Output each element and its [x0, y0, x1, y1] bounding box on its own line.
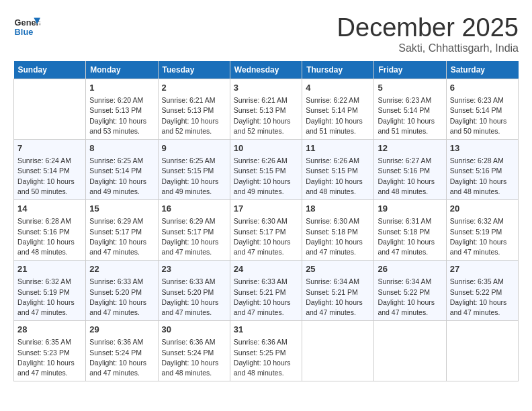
column-header-sunday: Sunday: [14, 61, 86, 79]
calendar-cell: 25Sunrise: 6:34 AMSunset: 5:21 PMDayligh…: [302, 261, 374, 321]
calendar-cell: 11Sunrise: 6:26 AMSunset: 5:15 PMDayligh…: [302, 140, 374, 200]
calendar-cell: 4Sunrise: 6:22 AMSunset: 5:14 PMDaylight…: [302, 79, 374, 140]
calendar-cell: 23Sunrise: 6:33 AMSunset: 5:20 PMDayligh…: [158, 261, 230, 321]
calendar-cell: 18Sunrise: 6:30 AMSunset: 5:18 PMDayligh…: [302, 200, 374, 261]
header-row: SundayMondayTuesdayWednesdayThursdayFrid…: [14, 61, 519, 79]
calendar-cell: [446, 321, 518, 381]
day-info: Sunrise: 6:36 AMSunset: 5:24 PMDaylight:…: [89, 337, 154, 378]
day-info: Sunrise: 6:26 AMSunset: 5:15 PMDaylight:…: [234, 156, 298, 197]
week-row-1: 1Sunrise: 6:20 AMSunset: 5:13 PMDaylight…: [14, 79, 519, 140]
day-number: 20: [450, 203, 515, 215]
day-number: 11: [306, 142, 370, 154]
day-info: Sunrise: 6:33 AMSunset: 5:20 PMDaylight:…: [89, 277, 154, 318]
day-info: Sunrise: 6:30 AMSunset: 5:18 PMDaylight:…: [306, 216, 370, 257]
month-title: December 2025: [337, 13, 519, 42]
day-number: 23: [162, 263, 226, 275]
day-info: Sunrise: 6:33 AMSunset: 5:20 PMDaylight:…: [162, 277, 226, 318]
day-number: 27: [450, 263, 515, 275]
calendar-cell: 12Sunrise: 6:27 AMSunset: 5:16 PMDayligh…: [374, 140, 446, 200]
day-number: 19: [378, 203, 442, 215]
calendar-cell: 20Sunrise: 6:32 AMSunset: 5:19 PMDayligh…: [446, 200, 518, 261]
column-header-thursday: Thursday: [302, 61, 374, 79]
calendar-cell: 24Sunrise: 6:33 AMSunset: 5:21 PMDayligh…: [230, 261, 302, 321]
day-number: 26: [378, 263, 442, 275]
column-header-wednesday: Wednesday: [230, 61, 302, 79]
calendar-cell: 30Sunrise: 6:36 AMSunset: 5:24 PMDayligh…: [158, 321, 230, 381]
day-number: 16: [162, 203, 226, 215]
day-info: Sunrise: 6:28 AMSunset: 5:16 PMDaylight:…: [450, 156, 515, 197]
calendar-cell: 16Sunrise: 6:29 AMSunset: 5:17 PMDayligh…: [158, 200, 230, 261]
day-number: 10: [234, 142, 298, 154]
day-info: Sunrise: 6:29 AMSunset: 5:17 PMDaylight:…: [162, 216, 226, 257]
day-number: 28: [17, 324, 82, 336]
day-number: 6: [450, 82, 515, 94]
day-info: Sunrise: 6:21 AMSunset: 5:13 PMDaylight:…: [234, 95, 298, 136]
logo-icon: General Blue: [13, 13, 40, 40]
day-info: Sunrise: 6:23 AMSunset: 5:14 PMDaylight:…: [450, 95, 515, 136]
calendar-cell: 27Sunrise: 6:35 AMSunset: 5:22 PMDayligh…: [446, 261, 518, 321]
location: Sakti, Chhattisgarh, India: [337, 42, 519, 54]
day-info: Sunrise: 6:26 AMSunset: 5:15 PMDaylight:…: [306, 156, 370, 197]
week-row-4: 21Sunrise: 6:32 AMSunset: 5:19 PMDayligh…: [14, 261, 519, 321]
day-info: Sunrise: 6:30 AMSunset: 5:17 PMDaylight:…: [234, 216, 298, 257]
day-info: Sunrise: 6:21 AMSunset: 5:13 PMDaylight:…: [162, 95, 226, 136]
day-number: 21: [17, 263, 82, 275]
day-number: 30: [162, 324, 226, 336]
calendar-cell: 9Sunrise: 6:25 AMSunset: 5:15 PMDaylight…: [158, 140, 230, 200]
calendar-cell: [302, 321, 374, 381]
calendar-cell: 15Sunrise: 6:29 AMSunset: 5:17 PMDayligh…: [86, 200, 158, 261]
day-number: 12: [378, 142, 442, 154]
day-info: Sunrise: 6:29 AMSunset: 5:17 PMDaylight:…: [89, 216, 154, 257]
day-info: Sunrise: 6:22 AMSunset: 5:14 PMDaylight:…: [306, 95, 370, 136]
calendar-cell: 29Sunrise: 6:36 AMSunset: 5:24 PMDayligh…: [86, 321, 158, 381]
day-number: 18: [306, 203, 370, 215]
week-row-3: 14Sunrise: 6:28 AMSunset: 5:16 PMDayligh…: [14, 200, 519, 261]
day-number: 14: [17, 203, 82, 215]
day-number: 1: [89, 82, 154, 94]
day-number: 9: [162, 142, 226, 154]
day-number: 25: [306, 263, 370, 275]
calendar-cell: 17Sunrise: 6:30 AMSunset: 5:17 PMDayligh…: [230, 200, 302, 261]
calendar-cell: 8Sunrise: 6:25 AMSunset: 5:14 PMDaylight…: [86, 140, 158, 200]
svg-text:Blue: Blue: [15, 27, 34, 37]
title-section: December 2025 Sakti, Chhattisgarh, India: [337, 13, 519, 54]
column-header-tuesday: Tuesday: [158, 61, 230, 79]
day-number: 8: [89, 142, 154, 154]
calendar-cell: 5Sunrise: 6:23 AMSunset: 5:14 PMDaylight…: [374, 79, 446, 140]
calendar-cell: 6Sunrise: 6:23 AMSunset: 5:14 PMDaylight…: [446, 79, 518, 140]
calendar-cell: [374, 321, 446, 381]
day-number: 13: [450, 142, 515, 154]
day-info: Sunrise: 6:31 AMSunset: 5:18 PMDaylight:…: [378, 216, 442, 257]
day-info: Sunrise: 6:20 AMSunset: 5:13 PMDaylight:…: [89, 95, 154, 136]
week-row-2: 7Sunrise: 6:24 AMSunset: 5:14 PMDaylight…: [14, 140, 519, 200]
calendar-cell: 26Sunrise: 6:34 AMSunset: 5:22 PMDayligh…: [374, 261, 446, 321]
day-info: Sunrise: 6:35 AMSunset: 5:23 PMDaylight:…: [17, 337, 82, 378]
calendar-cell: 1Sunrise: 6:20 AMSunset: 5:13 PMDaylight…: [86, 79, 158, 140]
day-info: Sunrise: 6:27 AMSunset: 5:16 PMDaylight:…: [378, 156, 442, 197]
day-number: 2: [162, 82, 226, 94]
week-row-5: 28Sunrise: 6:35 AMSunset: 5:23 PMDayligh…: [14, 321, 519, 381]
day-number: 3: [234, 82, 298, 94]
day-info: Sunrise: 6:32 AMSunset: 5:19 PMDaylight:…: [17, 277, 82, 318]
page-header: General Blue December 2025 Sakti, Chhatt…: [13, 13, 519, 54]
day-info: Sunrise: 6:35 AMSunset: 5:22 PMDaylight:…: [450, 277, 515, 318]
calendar-cell: 13Sunrise: 6:28 AMSunset: 5:16 PMDayligh…: [446, 140, 518, 200]
calendar-cell: 22Sunrise: 6:33 AMSunset: 5:20 PMDayligh…: [86, 261, 158, 321]
day-info: Sunrise: 6:34 AMSunset: 5:21 PMDaylight:…: [306, 277, 370, 318]
day-number: 31: [234, 324, 298, 336]
day-number: 17: [234, 203, 298, 215]
day-info: Sunrise: 6:25 AMSunset: 5:15 PMDaylight:…: [162, 156, 226, 197]
day-info: Sunrise: 6:36 AMSunset: 5:25 PMDaylight:…: [234, 337, 298, 378]
logo: General Blue: [13, 13, 43, 40]
calendar-cell: 3Sunrise: 6:21 AMSunset: 5:13 PMDaylight…: [230, 79, 302, 140]
day-info: Sunrise: 6:28 AMSunset: 5:16 PMDaylight:…: [17, 216, 82, 257]
day-info: Sunrise: 6:32 AMSunset: 5:19 PMDaylight:…: [450, 216, 515, 257]
day-info: Sunrise: 6:33 AMSunset: 5:21 PMDaylight:…: [234, 277, 298, 318]
calendar-cell: 21Sunrise: 6:32 AMSunset: 5:19 PMDayligh…: [14, 261, 86, 321]
column-header-saturday: Saturday: [446, 61, 518, 79]
calendar-cell: 2Sunrise: 6:21 AMSunset: 5:13 PMDaylight…: [158, 79, 230, 140]
day-number: 4: [306, 82, 370, 94]
column-header-monday: Monday: [86, 61, 158, 79]
calendar-cell: 7Sunrise: 6:24 AMSunset: 5:14 PMDaylight…: [14, 140, 86, 200]
day-number: 22: [89, 263, 154, 275]
